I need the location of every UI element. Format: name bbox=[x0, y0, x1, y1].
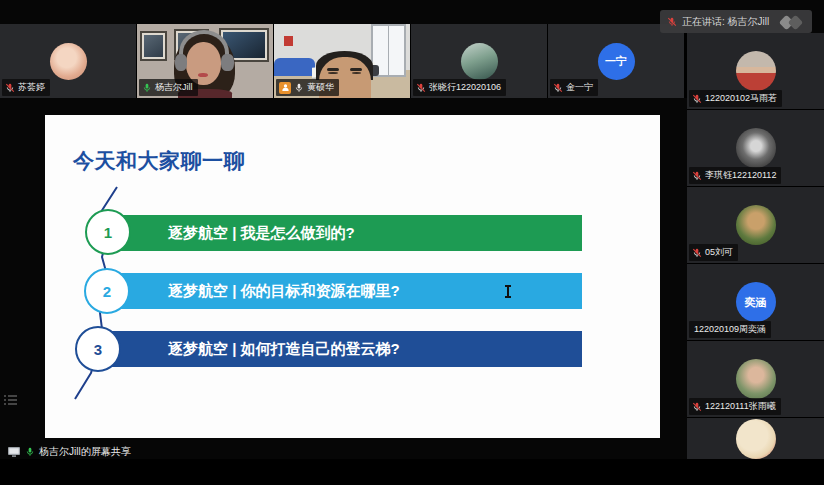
muted-mic-icon bbox=[667, 17, 677, 27]
screen-share-label: 杨吉尔Jill的屏幕共享 bbox=[39, 445, 131, 459]
avatar bbox=[461, 43, 498, 80]
participant-name-tag: 金一宁 bbox=[550, 79, 598, 96]
muted-mic-icon bbox=[692, 402, 702, 412]
participant-name-tag: 122020109周奕涵 bbox=[689, 321, 771, 338]
slide-item-text: 逐梦航空 | 我是怎么做到的? bbox=[110, 224, 355, 243]
participant-name: 金一宁 bbox=[566, 81, 593, 94]
participant-tile-active-speaker[interactable]: 杨吉尔Jill bbox=[137, 24, 274, 98]
app-logo-icon bbox=[779, 15, 805, 29]
slide-item-text: 逐梦航空 | 如何打造自己的登云梯? bbox=[110, 340, 400, 359]
slide-item-text: 逐梦航空 | 你的目标和资源在哪里? bbox=[110, 282, 400, 301]
participant-tile[interactable] bbox=[687, 418, 824, 460]
annotation-list-icon[interactable] bbox=[4, 394, 17, 406]
slide-item-number-3: 3 bbox=[75, 326, 121, 372]
participant-name: 122020102马雨若 bbox=[705, 92, 777, 105]
mouse-cursor bbox=[507, 285, 509, 298]
slide-item-bar-3: 逐梦航空 | 如何打造自己的登云梯? bbox=[110, 331, 582, 367]
participant-tile[interactable]: 122120111张雨曦 bbox=[687, 341, 824, 417]
muted-mic-icon bbox=[692, 94, 702, 104]
participant-name: 苏荟婷 bbox=[18, 81, 45, 94]
slide-item-bar-2: 逐梦航空 | 你的目标和资源在哪里? bbox=[110, 273, 582, 309]
participant-name: 杨吉尔Jill bbox=[155, 81, 193, 94]
avatar-initials: 一宁 bbox=[598, 43, 635, 80]
participant-tile[interactable]: 一宁 金一宁 bbox=[548, 24, 685, 98]
screen-share-status[interactable]: 杨吉尔Jill的屏幕共享 bbox=[7, 445, 131, 459]
live-mic-icon bbox=[25, 447, 35, 457]
speaking-indicator-banner[interactable]: 正在讲话: 杨吉尔Jill bbox=[660, 10, 812, 33]
slide-title: 今天和大家聊一聊 bbox=[73, 147, 245, 175]
participant-tile[interactable]: 黄硕华 bbox=[274, 24, 411, 98]
muted-mic-icon bbox=[5, 83, 15, 93]
participant-tile[interactable]: 122020102马雨若 bbox=[687, 33, 824, 109]
participant-tile[interactable]: 苏荟婷 bbox=[0, 24, 137, 98]
participant-name: 黄硕华 bbox=[307, 81, 334, 94]
participant-name-tag: 李琪钰122120112 bbox=[689, 167, 781, 184]
participant-name-tag: 苏荟婷 bbox=[2, 79, 50, 96]
host-badge-icon bbox=[279, 82, 291, 94]
participant-tile[interactable]: 李琪钰122120112 bbox=[687, 110, 824, 186]
avatar-initials-text: 一宁 bbox=[605, 54, 627, 69]
live-mic-icon bbox=[294, 83, 304, 93]
participant-name-tag: 122120111张雨曦 bbox=[689, 398, 781, 415]
avatar bbox=[736, 205, 776, 245]
participant-tile[interactable]: 05刘可 bbox=[687, 187, 824, 263]
participant-name-tag: 杨吉尔Jill bbox=[139, 79, 198, 96]
slide-item-number-2: 2 bbox=[84, 268, 130, 314]
muted-mic-icon bbox=[553, 83, 563, 93]
avatar-initials: 奕涵 bbox=[736, 282, 776, 322]
participant-name: 李琪钰122120112 bbox=[705, 169, 776, 182]
live-mic-icon bbox=[142, 83, 152, 93]
avatar bbox=[736, 51, 776, 91]
participant-name-tag: 122020102马雨若 bbox=[689, 90, 782, 107]
participant-tile[interactable]: 张晓行122020106 bbox=[411, 24, 548, 98]
avatar-initials-text: 奕涵 bbox=[745, 295, 767, 310]
slide-item-number-1: 1 bbox=[85, 209, 131, 255]
muted-mic-icon bbox=[416, 83, 426, 93]
meeting-window: 正在讲话: 杨吉尔Jill 苏荟婷 bbox=[0, 0, 824, 485]
speaking-indicator-label: 正在讲话: 杨吉尔Jill bbox=[682, 15, 769, 29]
top-video-strip: 苏荟婷 杨吉尔Jill bbox=[0, 24, 687, 98]
participant-name: 05刘可 bbox=[705, 246, 733, 259]
muted-mic-icon bbox=[692, 171, 702, 181]
participant-name: 张晓行122020106 bbox=[429, 81, 501, 94]
participant-name-tag: 05刘可 bbox=[689, 244, 738, 261]
monitor-icon bbox=[7, 446, 21, 458]
participant-name-tag: 黄硕华 bbox=[276, 79, 339, 96]
avatar bbox=[736, 359, 776, 399]
avatar bbox=[50, 43, 87, 80]
muted-mic-icon bbox=[692, 248, 702, 258]
shared-screen-slide: 今天和大家聊一聊 逐梦航空 | 我是怎么做到的? 逐梦航空 | 你的目标和资源在… bbox=[45, 115, 660, 438]
slide-item-bar-1: 逐梦航空 | 我是怎么做到的? bbox=[110, 215, 582, 251]
participant-name: 122020109周奕涵 bbox=[694, 323, 766, 336]
participant-name-tag: 张晓行122020106 bbox=[413, 79, 506, 96]
avatar bbox=[736, 128, 776, 168]
bottom-toolbar-area bbox=[0, 459, 824, 485]
participant-name: 122120111张雨曦 bbox=[705, 400, 776, 413]
participant-tile[interactable]: 奕涵 122020109周奕涵 bbox=[687, 264, 824, 340]
sidebar-video-strip: 122020102马雨若 李琪钰122120112 bbox=[687, 33, 824, 460]
avatar bbox=[736, 419, 776, 459]
